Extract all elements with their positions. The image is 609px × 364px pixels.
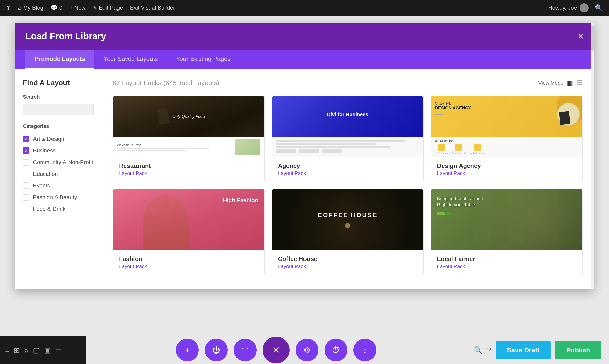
delete-button[interactable]: 🗑 <box>234 339 257 361</box>
find-layout-title: Find A Layout <box>23 79 94 87</box>
category-checkbox-events[interactable] <box>23 182 29 189</box>
history-button[interactable]: ⏱ <box>325 339 347 361</box>
category-education[interactable]: Education <box>23 168 94 180</box>
toolbar-tablet-icon[interactable]: ▣ <box>44 346 51 354</box>
fashion-silhouette <box>143 195 189 250</box>
category-label-food: Food & Drink <box>33 206 65 212</box>
power-button[interactable]: ⏻ <box>205 339 228 361</box>
layout-sidebar: Find A Layout Search Categories ✓ Art & … <box>15 69 101 289</box>
toolbar-menu-icon[interactable]: ≡ <box>5 346 9 354</box>
card-sub-label-agency: Layout Pack <box>278 170 417 176</box>
publish-button[interactable]: Publish <box>555 341 601 359</box>
category-checkbox-business[interactable]: ✓ <box>23 147 29 154</box>
card-sub-label: Layout Pack <box>119 170 258 176</box>
new-link[interactable]: + New <box>70 5 86 11</box>
tab-premade-layouts[interactable]: Premade Layouts <box>25 50 94 69</box>
edit-page-link[interactable]: ✎ Edit Page <box>93 5 123 11</box>
card-info-agency: Agency Layout Pack <box>272 157 424 182</box>
category-label-art-design: Art & Design <box>33 136 64 142</box>
layout-card-coffee[interactable]: COFFEE HOUSE Coffee House Layout Pack <box>272 189 424 275</box>
modal-title: Load From Library <box>25 31 106 42</box>
toolbar-search-icon[interactable]: ⌕ <box>24 346 28 354</box>
category-checkbox-community[interactable] <box>23 159 29 166</box>
responsive-button[interactable]: ↕ <box>353 339 376 361</box>
layout-main-content: 87 Layout Packs (645 Total Layouts) View… <box>101 69 594 289</box>
home-icon: ⌂ <box>18 5 21 11</box>
toolbar-desktop-icon[interactable]: ▢ <box>33 346 40 354</box>
card-sub-label-coffee: Layout Pack <box>278 264 417 269</box>
toolbar-mobile-icon[interactable]: ▭ <box>55 346 62 354</box>
help-icon[interactable]: ? <box>487 346 491 354</box>
admin-bar: ⊕ ⌂ My Blog 💬 0 + New ✎ Edit Page Exit V… <box>0 0 609 16</box>
load-from-library-modal: Load From Library × Premade Layouts Your… <box>15 23 594 289</box>
categories-title: Categories <box>23 123 94 129</box>
my-blog-link[interactable]: ⌂ My Blog <box>18 5 43 11</box>
bottom-toolbar: ≡ ⊞ ⌕ ▢ ▣ ▭ + ⏻ 🗑 ✕ ⚙ ⏱ ↕ 🔍 ? Save Draft… <box>0 336 609 364</box>
category-checkbox-art-design[interactable]: ✓ <box>23 136 29 142</box>
category-label-business: Business <box>33 147 56 154</box>
farmer-text-content: Bringing Local FarmersRight to your Tabl… <box>437 196 484 215</box>
wp-logo[interactable]: ⊕ <box>6 5 11 11</box>
grid-view-icon[interactable]: ▦ <box>567 79 573 87</box>
comments-link[interactable]: 💬 0 <box>50 5 62 11</box>
card-main-label-agency: Agency <box>278 162 417 169</box>
category-events[interactable]: Events <box>23 180 94 192</box>
card-main-label-coffee: Coffee House <box>278 255 417 263</box>
restaurant-card-preview: Welcome To Royal <box>113 137 264 157</box>
modal-tabs: Premade Layouts Your Saved Layouts Your … <box>15 50 594 69</box>
modal-scrollbar[interactable] <box>591 69 594 289</box>
close-builder-button[interactable]: ✕ <box>263 337 290 363</box>
modal-body: Find A Layout Search Categories ✓ Art & … <box>15 69 594 289</box>
search-pages-icon[interactable]: 🔍 <box>474 346 483 354</box>
tab-saved-layouts[interactable]: Your Saved Layouts <box>94 50 167 69</box>
card-main-label: Restaurant <box>119 162 258 169</box>
category-label-fashion: Fashion & Beauty <box>33 194 77 201</box>
category-checkbox-fashion[interactable] <box>23 194 29 201</box>
content-header: 87 Layout Packs (645 Total Layouts) View… <box>113 79 583 87</box>
card-sub-label-farmer: Layout Pack <box>437 264 576 269</box>
category-business[interactable]: ✓ Business <box>23 145 94 157</box>
comments-icon: 💬 <box>50 5 57 11</box>
agency-hero-text: Divi for Business <box>327 111 368 118</box>
category-checkbox-food[interactable] <box>23 206 29 212</box>
layout-card-restaurant[interactable]: Only Quality Food Welcome To Royal <box>113 96 265 182</box>
category-checkbox-education[interactable] <box>23 171 29 177</box>
fashion-text: High Fashion <box>223 197 258 208</box>
category-fashion[interactable]: Fashion & Beauty <box>23 192 94 203</box>
restaurant-thumb <box>235 139 260 155</box>
category-art-design[interactable]: ✓ Art & Design <box>23 133 94 145</box>
layout-grid: Only Quality Food Welcome To Royal <box>113 96 583 275</box>
layout-search-input[interactable] <box>23 104 94 115</box>
card-main-label-fashion: Fashion <box>119 255 258 263</box>
list-view-icon[interactable]: ☰ <box>577 79 583 87</box>
toolbar-grid-icon[interactable]: ⊞ <box>14 346 20 354</box>
tab-existing-pages[interactable]: Your Existing Pages <box>167 50 240 69</box>
exit-builder-link[interactable]: Exit Visual Builder <box>130 5 175 11</box>
howdy-text: Howdy, Joe <box>548 3 589 12</box>
category-label-events: Events <box>33 182 50 189</box>
save-draft-button[interactable]: Save Draft <box>496 341 551 359</box>
toolbar-right: 🔍 ? Save Draft Publish <box>466 341 609 359</box>
design-agency-preview: WHAT WE DO UI Research Brand Identity <box>431 137 582 157</box>
coffee-content: COFFEE HOUSE <box>317 212 378 228</box>
layout-card-design-agency[interactable]: CREATIVE DESIGN AGENCY <box>431 96 583 182</box>
settings-button[interactable]: ⚙ <box>296 339 318 361</box>
layout-card-agency[interactable]: Divi for Business <box>272 96 424 182</box>
card-image-design-agency: CREATIVE DESIGN AGENCY <box>431 96 582 157</box>
restaurant-card-text: Only Quality Food <box>172 114 205 119</box>
search-icon[interactable]: 🔍 <box>595 4 603 12</box>
modal-close-button[interactable]: × <box>578 31 584 41</box>
category-food[interactable]: Food & Drink <box>23 203 94 215</box>
layout-card-farmer[interactable]: Bringing Local FarmersRight to your Tabl… <box>431 189 583 275</box>
category-label-community: Community & Non-Profit <box>33 159 93 166</box>
card-main-label-farmer: Local Farmer <box>437 255 576 263</box>
wp-logo-icon: ⊕ <box>6 5 11 11</box>
layout-card-fashion[interactable]: High Fashion Fashion Layout Pack <box>113 189 265 275</box>
card-main-label-design: Design Agency <box>437 162 576 169</box>
add-section-button[interactable]: + <box>176 339 199 361</box>
avatar <box>580 3 589 12</box>
card-image-agency: Divi for Business <box>272 96 424 157</box>
card-sub-label-design: Layout Pack <box>437 170 576 176</box>
category-label-education: Education <box>33 171 58 177</box>
category-community[interactable]: Community & Non-Profit <box>23 157 94 168</box>
